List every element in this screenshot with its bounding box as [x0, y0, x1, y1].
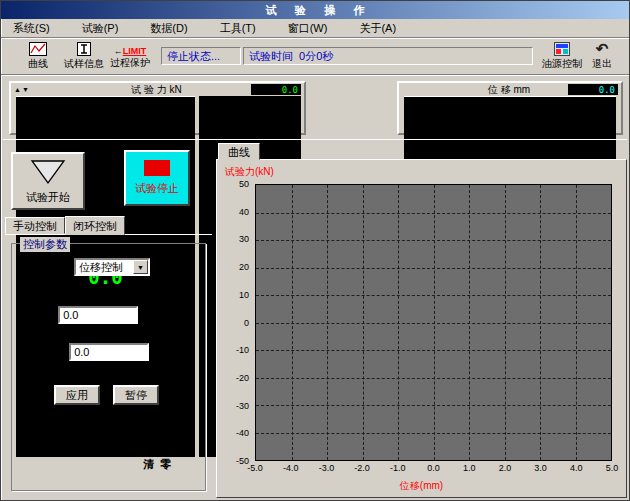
exit-icon: ↶: [596, 41, 609, 57]
chart-panel: 曲线 试验力(kN) 50403020100-10-20-30-40-50 -5…: [216, 142, 627, 498]
y-tick-label: 10: [239, 290, 249, 300]
start-test-button[interactable]: 试验开始: [11, 152, 85, 210]
displacement-display-panel: 位 移 mm 0.0 0.00 峰 值 0.01: [397, 81, 623, 135]
display-row: ▲▼ 试 验 力 kN 0.0 0.0 峰 值 0.2 清 零 位 移 mm: [1, 75, 629, 139]
menu-item-test[interactable]: 试验(P): [78, 20, 123, 37]
control-tabs: 手动控制 闭环控制: [5, 216, 125, 234]
stop-test-label: 试验停止: [135, 181, 179, 196]
menu-item-window[interactable]: 窗口(W): [284, 20, 332, 37]
oil-source-icon: [554, 41, 570, 57]
force-display-panel: ▲▼ 试 验 力 kN 0.0 0.0 峰 值 0.2 清 零: [9, 81, 306, 135]
v-gridline: [292, 185, 293, 460]
limit-icon: ←LIMIT: [114, 42, 147, 56]
sort-arrows-icon[interactable]: ▲▼: [14, 86, 62, 93]
status-text: 停止状态...: [167, 49, 220, 64]
v-gridline: [327, 185, 328, 460]
plot-area: [255, 184, 612, 461]
pause-button[interactable]: 暂停: [113, 385, 159, 405]
process-protect-button[interactable]: ←LIMIT 过程保护: [107, 39, 153, 73]
y-tick-label: 20: [239, 262, 249, 272]
y-tick-label: -30: [236, 401, 249, 411]
speed-input[interactable]: [58, 306, 138, 324]
tab-curve[interactable]: 曲线: [218, 143, 260, 160]
v-gridline: [469, 185, 470, 460]
y-tick-label: -20: [236, 373, 249, 383]
action-buttons-row: 应用 暂停: [54, 385, 205, 405]
toolbar: 曲线 试样信息 ←LIMIT 过程保护 停止状态... 试验时间 0分0秒 油源…: [1, 38, 629, 75]
menu-item-tools[interactable]: 工具(T): [216, 20, 260, 37]
x-tick-label: 1.0: [463, 463, 476, 473]
y-tick-label: 30: [239, 234, 249, 244]
y-tick-label: 0: [244, 318, 249, 328]
start-test-label: 试验开始: [26, 190, 70, 205]
curve-tool-button[interactable]: 曲线: [15, 39, 61, 73]
curve-tool-label: 曲线: [28, 57, 48, 71]
target-input[interactable]: [69, 343, 149, 361]
speed-label: 速 度: [22, 308, 50, 323]
y-tick-label: -40: [236, 428, 249, 438]
y-axis-title: 试验力(kN): [225, 165, 274, 179]
stop-test-button[interactable]: 试验停止: [124, 150, 190, 206]
y-axis: 50403020100-10-20-30-40-50: [217, 184, 252, 461]
x-tick-label: -1.0: [390, 463, 406, 473]
x-axis: -5.0-4.0-3.0-2.0-1.00.01.02.03.04.05.0: [255, 463, 612, 475]
test-time-text: 试验时间 0分0秒: [249, 49, 333, 64]
chevron-down-icon[interactable]: ▼: [133, 260, 148, 274]
main-area: 试验开始 试验停止 手动控制 闭环控制 控制参数 控制模式 位移控制 ▼: [3, 139, 627, 500]
exit-label: 退出: [592, 57, 612, 71]
force-panel-header: ▲▼ 试 验 力 kN 0.0: [11, 83, 304, 96]
y-tick-label: 40: [239, 207, 249, 217]
control-mode-select[interactable]: 位移控制 ▼: [74, 258, 150, 276]
y-tick-label: 50: [239, 179, 249, 189]
specimen-icon: [77, 41, 91, 57]
target-label: 目 标 值: [22, 345, 61, 360]
menu-item-system[interactable]: 系统(S): [9, 20, 54, 37]
tab-manual-control[interactable]: 手动控制: [5, 217, 65, 234]
apply-button[interactable]: 应用: [54, 385, 100, 405]
x-axis-title: 位移(mm): [217, 479, 626, 493]
title-bar: 试 验 操 作: [1, 1, 629, 19]
oil-source-button[interactable]: 油源控制: [539, 39, 585, 73]
target-row: 目 标 值 mm: [22, 343, 205, 361]
chart-body: 试验力(kN) 50403020100-10-20-30-40-50 -5.0-…: [216, 159, 627, 498]
x-tick-label: 5.0: [606, 463, 619, 473]
specimen-info-button[interactable]: 试样信息: [61, 39, 107, 73]
curve-icon: [29, 41, 47, 57]
start-triangle-icon: [28, 158, 68, 188]
control-mode-label: 控制模式: [22, 260, 66, 275]
displacement-aux-display: 0.0: [568, 84, 618, 95]
group-title: 控制参数: [20, 237, 70, 252]
v-gridline: [398, 185, 399, 460]
exit-button[interactable]: ↶ 退出: [585, 39, 619, 73]
menu-item-about[interactable]: 关于(A): [355, 20, 400, 37]
displacement-title: 位 移 mm: [450, 83, 568, 97]
app-window: 试 验 操 作 系统(S) 试验(P) 数据(D) 工具(T) 窗口(W) 关于…: [0, 0, 630, 501]
oil-source-label: 油源控制: [542, 57, 582, 71]
v-gridline: [363, 185, 364, 460]
control-mode-row: 控制模式 位移控制 ▼: [22, 258, 205, 276]
force-title: 试 验 力 kN: [62, 83, 251, 97]
speed-unit: mm/min: [144, 309, 183, 321]
x-tick-label: -3.0: [319, 463, 335, 473]
status-box: 停止状态...: [161, 47, 241, 65]
page-title: 试 验 操 作: [265, 3, 364, 18]
force-aux-display: 0.0: [251, 84, 301, 95]
v-gridline: [576, 185, 577, 460]
test-time-box: 试验时间 0分0秒: [243, 47, 533, 65]
x-tick-label: 4.0: [570, 463, 583, 473]
target-unit: mm: [155, 346, 173, 358]
x-tick-label: 0.0: [427, 463, 440, 473]
v-gridline: [434, 185, 435, 460]
y-tick-label: -10: [236, 345, 249, 355]
menu-bar: 系统(S) 试验(P) 数据(D) 工具(T) 窗口(W) 关于(A): [1, 19, 629, 38]
control-params-groupbox: 控制参数 控制模式 位移控制 ▼ 速 度 mm/min: [11, 243, 206, 491]
tab-closedloop-control[interactable]: 闭环控制: [65, 216, 125, 235]
closedloop-tab-page: 控制参数 控制模式 位移控制 ▼ 速 度 mm/min: [5, 234, 212, 496]
menu-item-data[interactable]: 数据(D): [146, 20, 191, 37]
v-gridline: [505, 185, 506, 460]
control-mode-value: 位移控制: [76, 260, 133, 275]
x-tick-label: -5.0: [247, 463, 263, 473]
x-tick-label: -4.0: [283, 463, 299, 473]
displacement-panel-header: 位 移 mm 0.0: [399, 83, 621, 96]
stop-square-icon: [144, 160, 170, 176]
